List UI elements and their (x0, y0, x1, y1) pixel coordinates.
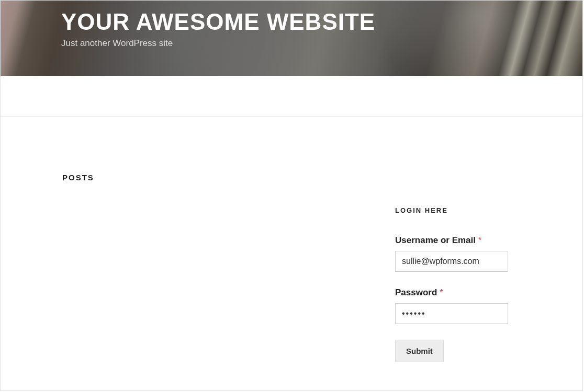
password-label-text: Password (395, 287, 437, 297)
submit-button[interactable]: Submit (395, 340, 444, 362)
sidebar: LOGIN HERE Username or Email * Password … (395, 117, 582, 362)
password-input[interactable] (395, 303, 508, 324)
login-form: Username or Email * Password * Submit (395, 235, 561, 362)
posts-heading: POSTS (62, 173, 395, 182)
site-tagline: Just another WordPress site (61, 38, 582, 49)
password-field-wrapper: Password * (395, 287, 561, 324)
username-input[interactable] (395, 251, 508, 272)
required-mark: * (440, 287, 443, 297)
login-widget-title: LOGIN HERE (395, 206, 561, 214)
username-label-text: Username or Email (395, 235, 476, 245)
nav-bar (1, 76, 582, 117)
site-title[interactable]: YOUR AWESOME WEBSITE (61, 9, 582, 35)
username-field-wrapper: Username or Email * (395, 235, 561, 272)
required-mark: * (478, 235, 482, 245)
main-content: POSTS (1, 117, 395, 362)
site-header: YOUR AWESOME WEBSITE Just another WordPr… (1, 1, 582, 76)
username-label: Username or Email * (395, 235, 561, 246)
password-label: Password * (395, 287, 561, 298)
